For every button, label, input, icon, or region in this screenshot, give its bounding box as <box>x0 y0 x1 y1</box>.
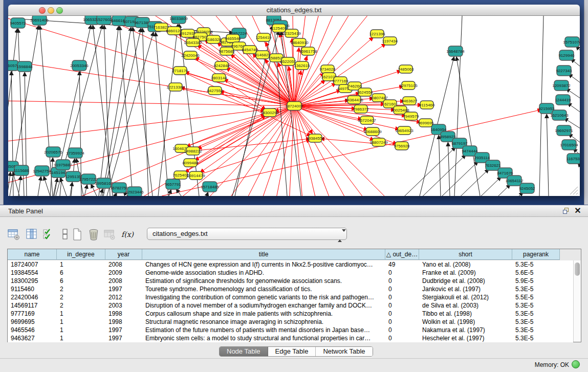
network-node[interactable]: 3624554 <box>357 88 373 96</box>
network-node[interactable]: 1244419 <box>555 95 571 105</box>
float-panel-icon[interactable] <box>563 207 571 215</box>
network-node[interactable]: 10688609 <box>363 127 382 136</box>
table-cell[interactable]: 1997 <box>105 326 142 334</box>
table-cell[interactable]: 2003 <box>105 301 142 310</box>
table-cell[interactable]: Estimation of the future numbers of pati… <box>142 326 385 334</box>
network-node[interactable]: 1598848 <box>16 61 33 72</box>
network-node[interactable]: 1362615 <box>294 61 310 70</box>
table-cell[interactable]: 0 <box>385 334 419 342</box>
network-node[interactable]: 1125409 <box>271 24 287 32</box>
table-cell[interactable]: 1997 <box>105 285 142 293</box>
column-select-checks-icon[interactable] <box>42 228 55 241</box>
table-cell[interactable]: 2009 <box>105 269 142 277</box>
table-cell[interactable]: Disruption of a novel member of a sodium… <box>142 301 385 310</box>
network-graph[interactable]: 9405572206914061065328715276026466161107… <box>8 16 580 196</box>
network-node[interactable]: 20053346 <box>70 60 89 71</box>
table-row[interactable]: 969969511998Structural magnetic resonanc… <box>8 318 573 326</box>
table-cell[interactable]: 5.3E-5 <box>512 301 560 310</box>
table-cell[interactable]: 2 <box>57 285 105 293</box>
network-node[interactable]: 9227343 <box>556 65 572 76</box>
network-node[interactable]: 14988222 <box>184 147 202 155</box>
network-node[interactable]: 2718176 <box>172 67 188 75</box>
network-node[interactable]: 2803144 <box>211 74 227 82</box>
table-cell[interactable]: Corpus callosum shape and size in male p… <box>142 310 385 318</box>
network-node[interactable]: 16543382 <box>184 38 202 47</box>
function-builder-fx-icon[interactable]: f(x) <box>121 228 134 241</box>
table-row[interactable]: 977716911998Corpus callosum shape and si… <box>8 310 573 318</box>
table-cell[interactable]: 9463627 <box>8 334 57 342</box>
network-node[interactable]: 9734028 <box>319 65 336 73</box>
network-node[interactable]: 1115686 <box>14 165 30 176</box>
table-cell[interactable]: Stergiakouli et al. (2012) <box>419 293 512 301</box>
network-node[interactable]: 1221396 <box>369 30 385 38</box>
network-node[interactable]: 17016504 <box>560 140 578 150</box>
window-titlebar[interactable]: citations_edges.txt <box>8 5 580 16</box>
network-node[interactable]: 9242848 <box>213 61 230 70</box>
table-cell[interactable]: 5.3E-5 <box>512 310 560 318</box>
window-resize-grip[interactable] <box>570 187 578 194</box>
table-cell[interactable]: 2 <box>57 293 105 301</box>
new-document-icon[interactable] <box>71 228 84 241</box>
network-node[interactable]: 7949579 <box>403 112 419 120</box>
network-node[interactable]: 12942757 <box>33 166 51 176</box>
table-cell[interactable]: 0 <box>385 285 419 293</box>
network-node[interactable]: 18724007 <box>285 102 303 111</box>
table-row[interactable]: 946554611997Estimation of the future num… <box>8 326 573 334</box>
table-cell[interactable]: Jankovic et al. (1997) <box>419 285 512 293</box>
network-node[interactable]: 18807249 <box>369 138 388 146</box>
table-cell[interactable]: 6 <box>57 269 105 277</box>
column-header-short[interactable]: short <box>419 249 512 260</box>
table-cell[interactable]: 1 <box>57 318 105 326</box>
network-node[interactable]: 9245052 <box>519 183 535 193</box>
table-cell[interactable]: 2012 <box>105 293 142 301</box>
table-cell[interactable]: Hescheler et al. (1997) <box>419 334 512 342</box>
table-cell[interactable]: 5.3E-5 <box>512 260 560 269</box>
tab-node-table[interactable]: Node Table <box>220 347 268 356</box>
table-cell[interactable]: 2008 <box>105 260 142 269</box>
table-cell[interactable]: 0 <box>385 326 419 334</box>
network-node[interactable]: 17359924 <box>66 148 84 158</box>
network-node[interactable]: 16210643 <box>550 110 569 120</box>
network-node[interactable]: 9657791 <box>165 179 181 189</box>
column-header-out_de[interactable]: △ out_de… <box>385 249 419 260</box>
table-cell[interactable]: Genome-wide association studies in ADHD. <box>142 269 385 277</box>
table-cell[interactable]: Embryonic stem cells: a model to study s… <box>142 334 385 342</box>
network-node[interactable]: 12975105 <box>399 81 418 90</box>
network-node[interactable]: 16961758 <box>299 47 317 55</box>
table-selector-dropdown[interactable]: citations_edges.txt <box>147 228 347 240</box>
network-node[interactable]: 15720407 <box>358 116 376 124</box>
network-node[interactable]: 15751074 <box>563 37 580 47</box>
network-node[interactable]: 1254419 <box>255 33 272 41</box>
table-cell[interactable]: 18724007 <box>8 260 57 269</box>
network-node[interactable]: 9463627 <box>401 97 418 105</box>
network-node[interactable]: 19384554 <box>306 134 324 142</box>
table-row[interactable]: 911546021997Tourette syndrome. Phenomeno… <box>8 285 573 293</box>
table-cell[interactable]: 14569117 <box>8 301 57 310</box>
network-node[interactable]: 7986372 <box>353 105 369 113</box>
network-node[interactable]: 20691406 <box>30 16 49 25</box>
network-node[interactable]: 1197434 <box>382 37 398 45</box>
table-row[interactable]: 1872400712008Changes of HCN gene express… <box>8 260 573 269</box>
table-cell[interactable]: 0 <box>385 318 419 326</box>
table-row[interactable]: 1830029562008Estimation of significance … <box>8 277 573 285</box>
network-node[interactable]: 8099488 <box>182 159 199 167</box>
table-cell[interactable]: 2008 <box>105 277 142 285</box>
network-node[interactable]: 22420046 <box>181 51 200 59</box>
network-node[interactable]: 12093872 <box>552 80 571 91</box>
network-node[interactable]: 9777169 <box>332 77 349 85</box>
close-panel-icon[interactable]: ✕ <box>574 206 582 215</box>
table-cell[interactable]: 22420046 <box>8 293 57 301</box>
window-resize-grip[interactable] <box>576 193 578 194</box>
table-mode-icon[interactable] <box>7 228 20 241</box>
table-cell[interactable]: 5.3E-5 <box>512 326 560 334</box>
table-cell[interactable]: Tibbo et al. (1998) <box>419 310 512 318</box>
network-node[interactable]: 12923446 <box>125 187 144 196</box>
table-cell[interactable]: 0 <box>385 293 419 301</box>
delete-trash-icon[interactable] <box>87 228 100 241</box>
network-node[interactable]: 16914479 <box>187 171 205 180</box>
show-columns-icon[interactable] <box>25 228 38 241</box>
table-cell[interactable]: 5.9E-5 <box>512 277 560 285</box>
network-node[interactable]: 8427552 <box>207 86 223 95</box>
table-cell[interactable]: 2 <box>57 301 105 310</box>
table-cell[interactable]: Changes of HCN gene expression and I(f) … <box>142 260 385 269</box>
